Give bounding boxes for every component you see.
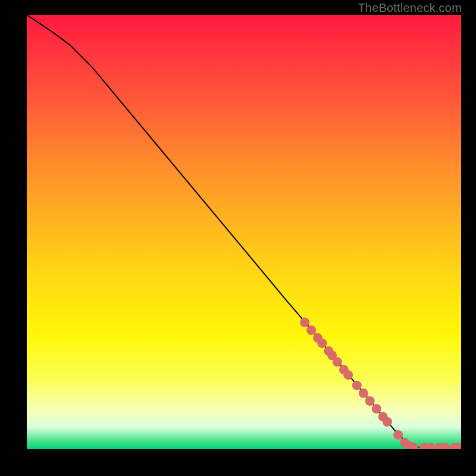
dot bbox=[333, 357, 342, 367]
chart-svg bbox=[27, 15, 461, 449]
chart-frame: TheBottleneck.com bbox=[0, 0, 476, 476]
dot bbox=[393, 430, 403, 440]
dot bbox=[317, 339, 327, 348]
dot bbox=[300, 318, 309, 327]
dot bbox=[372, 404, 381, 414]
highlight-dots bbox=[300, 318, 461, 449]
plot-area bbox=[27, 15, 461, 449]
dot bbox=[359, 389, 368, 398]
dot bbox=[352, 381, 362, 390]
dot bbox=[306, 325, 316, 335]
data-curve bbox=[27, 15, 461, 447]
branding-label: TheBottleneck.com bbox=[358, 1, 462, 15]
dot bbox=[426, 443, 436, 449]
dot bbox=[383, 417, 392, 427]
dot bbox=[365, 396, 375, 406]
dot bbox=[343, 370, 353, 380]
